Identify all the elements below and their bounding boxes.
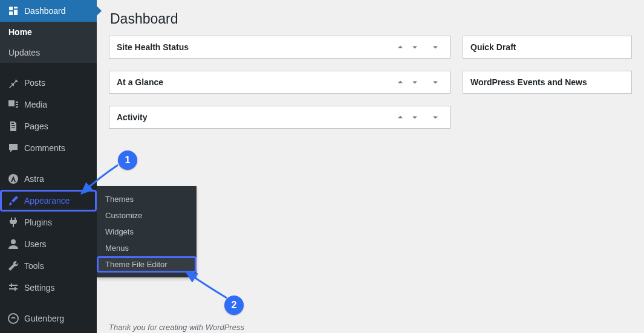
menu-separator — [0, 299, 97, 308]
annotation-badge-2: 2 — [224, 296, 244, 315]
metabox-title: Site Health Status — [117, 42, 393, 52]
sidebar-item-dashboard[interactable]: Dashboard — [0, 0, 97, 22]
page-title: Dashboard — [110, 11, 632, 27]
pushpin-icon — [7, 77, 19, 89]
flyout-item-themes[interactable]: Themes — [97, 191, 197, 207]
astra-icon — [7, 173, 19, 185]
annotation-badge-1: 1 — [118, 150, 137, 170]
sidebar-label: Gutenberg — [24, 313, 64, 324]
sidebar-label: Astra — [24, 173, 44, 184]
flyout-item-widgets[interactable]: Widgets — [97, 224, 197, 240]
move-down-button[interactable] — [408, 112, 422, 122]
sidebar-label: Dashboard — [24, 5, 66, 16]
move-down-button[interactable] — [408, 77, 422, 87]
appearance-flyout-menu: Themes Customize Widgets Menus Theme Fil… — [97, 186, 197, 277]
metabox-title: Activity — [117, 112, 393, 122]
footer-credit: Thank you for creating with WordPress — [109, 323, 244, 332]
sidebar-label: Plugins — [24, 217, 52, 228]
plug-icon — [7, 216, 19, 228]
content-area: Dashboard Site Health Status At a Glance — [97, 0, 644, 333]
sidebar-label: Media — [24, 99, 47, 110]
page-icon — [7, 120, 19, 132]
flyout-item-theme-file-editor[interactable]: Theme File Editor — [97, 256, 197, 273]
sidebar-label: Users — [24, 239, 47, 250]
active-menu-pointer — [97, 6, 102, 16]
sidebar-item-pages[interactable]: Pages — [0, 115, 97, 137]
sidebar-label: Comments — [24, 143, 65, 154]
media-icon — [7, 99, 19, 111]
flyout-item-menus[interactable]: Menus — [97, 240, 197, 256]
sidebar-item-users[interactable]: Users — [0, 233, 97, 255]
metabox-at-a-glance: At a Glance — [109, 71, 450, 94]
metabox-title: Quick Draft — [470, 42, 624, 52]
toggle-panel-button[interactable] — [428, 42, 443, 52]
sidebar-label: Settings — [24, 282, 55, 293]
metabox-title: At a Glance — [117, 77, 393, 87]
metabox-activity: Activity — [109, 106, 450, 129]
sidebar-subitem-updates[interactable]: Updates — [0, 42, 97, 63]
wrench-icon — [7, 260, 19, 272]
sidebar-collapse-menu[interactable]: Collapse menu — [0, 329, 97, 333]
menu-separator — [0, 159, 97, 168]
svg-point-2 — [8, 314, 18, 323]
metabox-quick-draft: Quick Draft — [463, 36, 632, 59]
sidebar-item-media[interactable]: Media — [0, 94, 97, 115]
move-up-button[interactable] — [393, 42, 408, 52]
svg-point-1 — [11, 239, 16, 244]
toggle-panel-button[interactable] — [428, 77, 443, 87]
comments-icon — [7, 142, 19, 154]
sidebar-item-appearance[interactable]: Appearance — [0, 190, 97, 212]
sidebar-label: Tools — [24, 260, 44, 271]
metabox-site-health: Site Health Status — [109, 36, 450, 59]
admin-sidebar: Dashboard Home Updates Posts Media Pages… — [0, 0, 97, 333]
sliders-icon — [7, 282, 19, 294]
menu-separator — [0, 63, 97, 72]
sidebar-item-comments[interactable]: Comments — [0, 137, 97, 159]
flyout-item-customize[interactable]: Customize — [97, 207, 197, 224]
gutenberg-icon — [7, 312, 19, 325]
sidebar-item-gutenberg[interactable]: Gutenberg — [0, 308, 97, 329]
move-up-button[interactable] — [393, 77, 408, 87]
sidebar-item-astra[interactable]: Astra — [0, 168, 97, 190]
dashboard-icon — [7, 5, 19, 17]
metabox-wp-events: WordPress Events and News — [463, 71, 632, 94]
sidebar-item-tools[interactable]: Tools — [0, 255, 97, 277]
metabox-title: WordPress Events and News — [470, 77, 624, 87]
brush-icon — [7, 195, 19, 207]
sidebar-item-posts[interactable]: Posts — [0, 72, 97, 94]
move-up-button[interactable] — [393, 112, 408, 122]
move-down-button[interactable] — [408, 42, 422, 52]
toggle-panel-button[interactable] — [428, 112, 443, 122]
sidebar-sub-label: Updates — [8, 47, 40, 58]
sidebar-item-settings[interactable]: Settings — [0, 277, 97, 299]
sidebar-label: Posts — [24, 77, 45, 88]
sidebar-item-plugins[interactable]: Plugins — [0, 212, 97, 233]
sidebar-label: Appearance — [24, 195, 70, 206]
user-icon — [7, 238, 19, 250]
sidebar-label: Pages — [24, 121, 48, 132]
sidebar-subitem-home[interactable]: Home — [0, 22, 97, 42]
sidebar-sub-label: Home — [8, 27, 32, 37]
